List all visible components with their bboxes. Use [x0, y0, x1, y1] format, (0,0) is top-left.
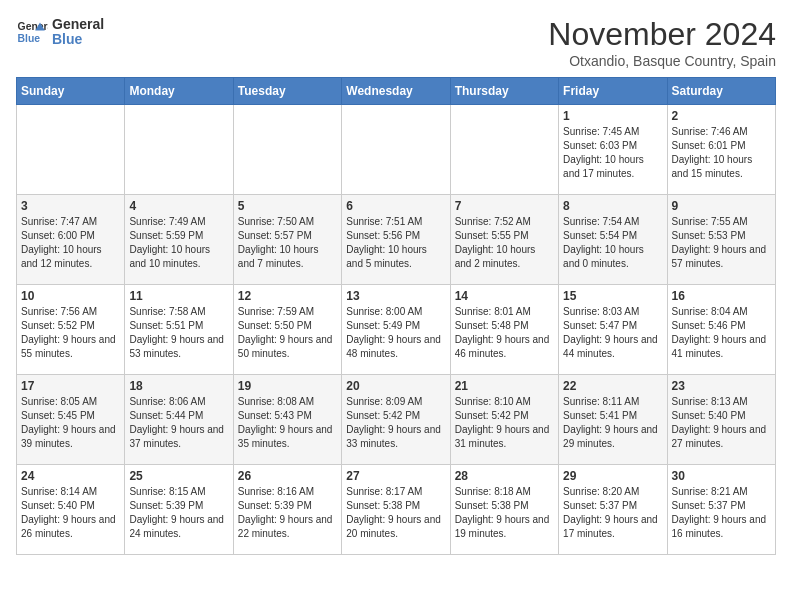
- day-number: 30: [672, 469, 771, 483]
- calendar-cell: 4Sunrise: 7:49 AM Sunset: 5:59 PM Daylig…: [125, 195, 233, 285]
- calendar-cell: [342, 105, 450, 195]
- day-number: 1: [563, 109, 662, 123]
- calendar-cell: 26Sunrise: 8:16 AM Sunset: 5:39 PM Dayli…: [233, 465, 341, 555]
- day-number: 18: [129, 379, 228, 393]
- calendar-cell: [233, 105, 341, 195]
- col-friday: Friday: [559, 78, 667, 105]
- svg-text:General: General: [18, 21, 48, 32]
- day-info: Sunrise: 7:47 AM Sunset: 6:00 PM Dayligh…: [21, 215, 120, 271]
- calendar-cell: 7Sunrise: 7:52 AM Sunset: 5:55 PM Daylig…: [450, 195, 558, 285]
- day-info: Sunrise: 8:15 AM Sunset: 5:39 PM Dayligh…: [129, 485, 228, 541]
- calendar-cell: 11Sunrise: 7:58 AM Sunset: 5:51 PM Dayli…: [125, 285, 233, 375]
- calendar-cell: 23Sunrise: 8:13 AM Sunset: 5:40 PM Dayli…: [667, 375, 775, 465]
- day-number: 26: [238, 469, 337, 483]
- day-number: 5: [238, 199, 337, 213]
- logo-blue-text: Blue: [52, 32, 104, 47]
- calendar-cell: 22Sunrise: 8:11 AM Sunset: 5:41 PM Dayli…: [559, 375, 667, 465]
- day-number: 28: [455, 469, 554, 483]
- calendar-cell: 30Sunrise: 8:21 AM Sunset: 5:37 PM Dayli…: [667, 465, 775, 555]
- calendar-cell: 15Sunrise: 8:03 AM Sunset: 5:47 PM Dayli…: [559, 285, 667, 375]
- calendar-cell: 5Sunrise: 7:50 AM Sunset: 5:57 PM Daylig…: [233, 195, 341, 285]
- day-number: 27: [346, 469, 445, 483]
- day-number: 9: [672, 199, 771, 213]
- calendar-cell: 21Sunrise: 8:10 AM Sunset: 5:42 PM Dayli…: [450, 375, 558, 465]
- day-number: 17: [21, 379, 120, 393]
- day-info: Sunrise: 8:10 AM Sunset: 5:42 PM Dayligh…: [455, 395, 554, 451]
- day-number: 22: [563, 379, 662, 393]
- calendar-cell: 25Sunrise: 8:15 AM Sunset: 5:39 PM Dayli…: [125, 465, 233, 555]
- calendar-week-3: 10Sunrise: 7:56 AM Sunset: 5:52 PM Dayli…: [17, 285, 776, 375]
- logo-general-text: General: [52, 17, 104, 32]
- calendar-cell: 8Sunrise: 7:54 AM Sunset: 5:54 PM Daylig…: [559, 195, 667, 285]
- day-number: 19: [238, 379, 337, 393]
- day-info: Sunrise: 8:08 AM Sunset: 5:43 PM Dayligh…: [238, 395, 337, 451]
- calendar-cell: 12Sunrise: 7:59 AM Sunset: 5:50 PM Dayli…: [233, 285, 341, 375]
- day-number: 15: [563, 289, 662, 303]
- col-wednesday: Wednesday: [342, 78, 450, 105]
- title-area: November 2024 Otxandio, Basque Country, …: [548, 16, 776, 69]
- logo-text: General Blue: [52, 17, 104, 48]
- calendar-cell: [450, 105, 558, 195]
- calendar-cell: 9Sunrise: 7:55 AM Sunset: 5:53 PM Daylig…: [667, 195, 775, 285]
- logo-icon: General Blue: [16, 16, 48, 48]
- day-number: 2: [672, 109, 771, 123]
- day-info: Sunrise: 7:55 AM Sunset: 5:53 PM Dayligh…: [672, 215, 771, 271]
- day-info: Sunrise: 7:51 AM Sunset: 5:56 PM Dayligh…: [346, 215, 445, 271]
- day-info: Sunrise: 8:09 AM Sunset: 5:42 PM Dayligh…: [346, 395, 445, 451]
- calendar-body: 1Sunrise: 7:45 AM Sunset: 6:03 PM Daylig…: [17, 105, 776, 555]
- calendar-week-4: 17Sunrise: 8:05 AM Sunset: 5:45 PM Dayli…: [17, 375, 776, 465]
- header-row: Sunday Monday Tuesday Wednesday Thursday…: [17, 78, 776, 105]
- calendar-cell: 24Sunrise: 8:14 AM Sunset: 5:40 PM Dayli…: [17, 465, 125, 555]
- calendar-cell: 18Sunrise: 8:06 AM Sunset: 5:44 PM Dayli…: [125, 375, 233, 465]
- col-sunday: Sunday: [17, 78, 125, 105]
- day-info: Sunrise: 8:14 AM Sunset: 5:40 PM Dayligh…: [21, 485, 120, 541]
- day-number: 25: [129, 469, 228, 483]
- day-info: Sunrise: 7:56 AM Sunset: 5:52 PM Dayligh…: [21, 305, 120, 361]
- col-monday: Monday: [125, 78, 233, 105]
- calendar-week-2: 3Sunrise: 7:47 AM Sunset: 6:00 PM Daylig…: [17, 195, 776, 285]
- day-info: Sunrise: 8:03 AM Sunset: 5:47 PM Dayligh…: [563, 305, 662, 361]
- calendar-cell: 19Sunrise: 8:08 AM Sunset: 5:43 PM Dayli…: [233, 375, 341, 465]
- day-info: Sunrise: 8:11 AM Sunset: 5:41 PM Dayligh…: [563, 395, 662, 451]
- day-info: Sunrise: 8:05 AM Sunset: 5:45 PM Dayligh…: [21, 395, 120, 451]
- calendar-table: Sunday Monday Tuesday Wednesday Thursday…: [16, 77, 776, 555]
- day-number: 21: [455, 379, 554, 393]
- day-number: 8: [563, 199, 662, 213]
- day-number: 12: [238, 289, 337, 303]
- calendar-cell: 28Sunrise: 8:18 AM Sunset: 5:38 PM Dayli…: [450, 465, 558, 555]
- day-info: Sunrise: 7:46 AM Sunset: 6:01 PM Dayligh…: [672, 125, 771, 181]
- day-number: 4: [129, 199, 228, 213]
- calendar-cell: [125, 105, 233, 195]
- calendar-header: Sunday Monday Tuesday Wednesday Thursday…: [17, 78, 776, 105]
- day-number: 13: [346, 289, 445, 303]
- day-number: 3: [21, 199, 120, 213]
- calendar-cell: 29Sunrise: 8:20 AM Sunset: 5:37 PM Dayli…: [559, 465, 667, 555]
- day-number: 24: [21, 469, 120, 483]
- day-number: 6: [346, 199, 445, 213]
- col-thursday: Thursday: [450, 78, 558, 105]
- calendar-cell: 14Sunrise: 8:01 AM Sunset: 5:48 PM Dayli…: [450, 285, 558, 375]
- month-title: November 2024: [548, 16, 776, 53]
- calendar-cell: 13Sunrise: 8:00 AM Sunset: 5:49 PM Dayli…: [342, 285, 450, 375]
- day-info: Sunrise: 8:20 AM Sunset: 5:37 PM Dayligh…: [563, 485, 662, 541]
- day-info: Sunrise: 7:49 AM Sunset: 5:59 PM Dayligh…: [129, 215, 228, 271]
- day-info: Sunrise: 8:17 AM Sunset: 5:38 PM Dayligh…: [346, 485, 445, 541]
- day-info: Sunrise: 8:00 AM Sunset: 5:49 PM Dayligh…: [346, 305, 445, 361]
- col-saturday: Saturday: [667, 78, 775, 105]
- calendar-cell: [17, 105, 125, 195]
- svg-text:Blue: Blue: [18, 33, 41, 44]
- calendar-cell: 17Sunrise: 8:05 AM Sunset: 5:45 PM Dayli…: [17, 375, 125, 465]
- day-number: 14: [455, 289, 554, 303]
- calendar-cell: 6Sunrise: 7:51 AM Sunset: 5:56 PM Daylig…: [342, 195, 450, 285]
- day-info: Sunrise: 8:16 AM Sunset: 5:39 PM Dayligh…: [238, 485, 337, 541]
- day-info: Sunrise: 7:45 AM Sunset: 6:03 PM Dayligh…: [563, 125, 662, 181]
- day-number: 7: [455, 199, 554, 213]
- day-info: Sunrise: 8:21 AM Sunset: 5:37 PM Dayligh…: [672, 485, 771, 541]
- day-info: Sunrise: 8:01 AM Sunset: 5:48 PM Dayligh…: [455, 305, 554, 361]
- calendar-cell: 1Sunrise: 7:45 AM Sunset: 6:03 PM Daylig…: [559, 105, 667, 195]
- day-number: 16: [672, 289, 771, 303]
- logo: General Blue General Blue: [16, 16, 104, 48]
- day-number: 10: [21, 289, 120, 303]
- day-info: Sunrise: 8:04 AM Sunset: 5:46 PM Dayligh…: [672, 305, 771, 361]
- day-info: Sunrise: 7:54 AM Sunset: 5:54 PM Dayligh…: [563, 215, 662, 271]
